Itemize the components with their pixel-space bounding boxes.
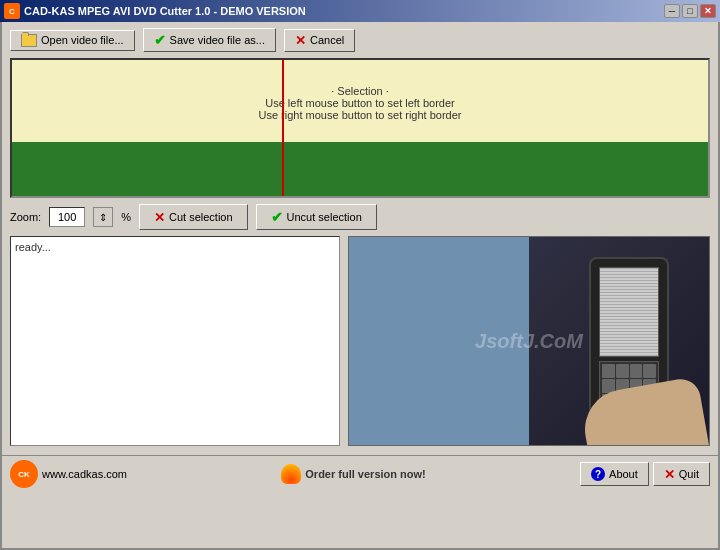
cut-x-icon: ✕ (154, 210, 165, 225)
check-icon: ✔ (154, 32, 166, 48)
timeline-selection-area: · Selection · Use left mouse button to s… (12, 60, 708, 142)
x-icon: ✕ (295, 33, 306, 48)
timeline-hint1: Use left mouse button to set left border (265, 97, 455, 109)
video-placeholder: JsoftJ.CoM (349, 237, 709, 445)
cancel-label: Cancel (310, 34, 344, 46)
status-left: CK www.cadkas.com (10, 460, 127, 488)
cut-label: Cut selection (169, 211, 233, 223)
question-icon: ? (591, 467, 605, 481)
title-bar-left: C CAD-KAS MPEG AVI DVD Cutter 1.0 - DEMO… (4, 3, 306, 19)
status-right: ? About ✕ Quit (580, 462, 710, 486)
quit-button[interactable]: ✕ Quit (653, 462, 710, 486)
maximize-button[interactable]: □ (682, 4, 698, 18)
fire-icon (281, 464, 301, 484)
title-bar: C CAD-KAS MPEG AVI DVD Cutter 1.0 - DEMO… (0, 0, 720, 22)
timeline-inner: · Selection · Use left mouse button to s… (12, 60, 708, 196)
folder-icon (21, 34, 37, 47)
app-icon: C (4, 3, 20, 19)
uncut-label: Uncut selection (287, 211, 362, 223)
key-1 (602, 364, 615, 378)
status-bar: CK www.cadkas.com Order full version now… (2, 455, 718, 492)
cut-selection-button[interactable]: ✕ Cut selection (139, 204, 248, 230)
title-text: CAD-KAS MPEG AVI DVD Cutter 1.0 - DEMO V… (24, 5, 306, 17)
quit-x-icon: ✕ (664, 467, 675, 482)
key-3 (630, 364, 643, 378)
key-2 (616, 364, 629, 378)
blue-background (349, 237, 529, 445)
key-4 (643, 364, 656, 378)
open-label: Open video file... (41, 34, 124, 46)
open-video-button[interactable]: Open video file... (10, 30, 135, 51)
video-preview: JsoftJ.CoM (348, 236, 710, 446)
timeline-track (12, 142, 708, 196)
timeline-hint2: Use right mouse button to set right bord… (259, 109, 462, 121)
log-status: ready... (15, 241, 51, 253)
quit-label: Quit (679, 468, 699, 480)
main-window: Open video file... ✔ Save video file as.… (0, 22, 720, 550)
selection-label: · Selection · (331, 85, 388, 97)
minimize-button[interactable]: ─ (664, 4, 680, 18)
order-label: Order full version now! (305, 468, 425, 480)
save-label: Save video file as... (170, 34, 265, 46)
playhead (282, 60, 284, 196)
timeline-container[interactable]: · Selection · Use left mouse button to s… (10, 58, 710, 198)
cancel-button[interactable]: ✕ Cancel (284, 29, 355, 52)
uncut-check-icon: ✔ (271, 209, 283, 225)
zoom-input[interactable] (49, 207, 85, 227)
title-controls: ─ □ ✕ (664, 4, 716, 18)
controls-row: Zoom: ⇕ % ✕ Cut selection ✔ Uncut select… (2, 198, 718, 236)
toolbar: Open video file... ✔ Save video file as.… (2, 22, 718, 58)
order-area: Order full version now! (281, 464, 425, 484)
about-label: About (609, 468, 638, 480)
close-button[interactable]: ✕ (700, 4, 716, 18)
zoom-stepper[interactable]: ⇕ (93, 207, 113, 227)
log-box: ready... (10, 236, 340, 446)
cadkas-logo: CK (10, 460, 38, 488)
phone-screen (599, 267, 659, 357)
website-text: www.cadkas.com (42, 468, 127, 480)
uncut-selection-button[interactable]: ✔ Uncut selection (256, 204, 377, 230)
save-video-button[interactable]: ✔ Save video file as... (143, 28, 276, 52)
percent-label: % (121, 211, 131, 223)
about-button[interactable]: ? About (580, 462, 649, 486)
zoom-label: Zoom: (10, 211, 41, 223)
content-area: ready... (2, 236, 718, 451)
